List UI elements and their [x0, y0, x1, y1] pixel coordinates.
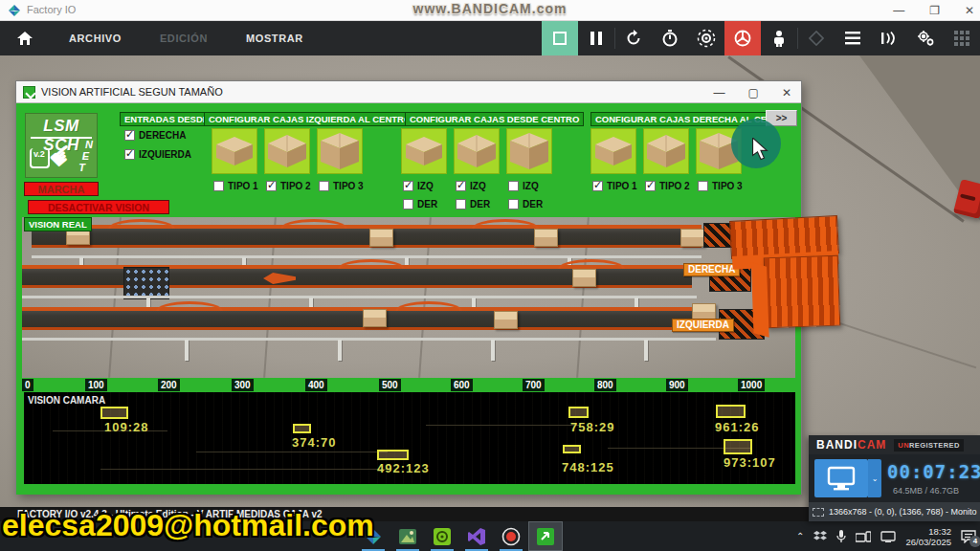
checkbox-left-tipo2[interactable]: TIPO 2 [266, 181, 311, 191]
pause-button[interactable] [578, 21, 614, 55]
ruler-tick: 600 [451, 379, 473, 391]
dialog-title: VISION ARTIFICIAL SEGUN TAMAÑO [41, 86, 223, 98]
checkbox-center2-der[interactable]: DER [456, 199, 490, 209]
detection-coordinates: 758:29 [570, 420, 614, 434]
left-tipo2-checkbox[interactable] [266, 181, 277, 191]
tray-time: 18:32 [905, 526, 951, 537]
factory-io-logo-icon [8, 4, 21, 17]
tray-dropbox-icon[interactable] [813, 531, 827, 542]
ruler-tick: 400 [305, 379, 327, 391]
io-drivers-button[interactable] [871, 21, 907, 55]
left-tipo3-checkbox[interactable] [319, 181, 329, 191]
minimize-window-icon[interactable]: — [893, 4, 904, 17]
taskbar-visual-studio-icon[interactable] [459, 521, 494, 551]
center2-der-checkbox[interactable] [456, 199, 466, 209]
detection-frame [563, 445, 581, 453]
apps-grid-button[interactable] [944, 21, 980, 55]
checkbox-center3-izq[interactable]: IZQ [508, 181, 539, 191]
checkbox-left-tipo1[interactable]: TIPO 1 [213, 181, 258, 191]
checkbox-right-tipo2[interactable]: TIPO 2 [645, 181, 690, 191]
stop-simulation-button[interactable] [542, 21, 578, 55]
center1-izq-checkbox[interactable] [403, 181, 413, 191]
tray-chevron-up-icon[interactable]: ⌃ [796, 531, 804, 541]
checkbox-center2-izq[interactable]: IZQ [456, 181, 486, 191]
record-mode-dropdown[interactable]: ⌄ [868, 459, 881, 497]
dialog-app-icon [23, 86, 35, 99]
vision-camara-panel: VISION CAMARA 109:28 374:70 492:123 758:… [24, 392, 795, 484]
dialog-minimize-icon[interactable]: — [714, 86, 725, 99]
notification-center-icon[interactable]: 4 [961, 530, 976, 543]
orange-container-bottom [764, 255, 841, 329]
left-tipo1-checkbox[interactable] [213, 181, 224, 191]
dialog-title-bar[interactable]: VISION ARTIFICIAL SEGUN TAMAÑO — ▢ ✕ [16, 81, 801, 103]
factory-io-toolbar: ARCHIVO EDICIÓN MOSTRAR [0, 21, 980, 55]
close-window-icon[interactable]: ✕ [965, 4, 974, 17]
box-right1-image [590, 128, 636, 174]
home-button[interactable] [0, 21, 50, 55]
taskbar-vision-app-icon[interactable] [528, 521, 563, 551]
checkbox-center1-der[interactable]: DER [403, 199, 437, 209]
bandicam-header[interactable]: BANDICAM UNREGISTERED [809, 435, 980, 454]
conveyor-rail [22, 338, 716, 341]
right-tipo1-checkbox[interactable] [592, 181, 603, 191]
center1-der-checkbox[interactable] [403, 199, 413, 209]
entrada-derecha-checkbox[interactable] [124, 130, 135, 141]
camera-noise [100, 469, 388, 470]
checkbox-entrada-izquierda[interactable]: IZQUIERDA [124, 149, 191, 160]
maximize-window-icon[interactable]: ❐ [929, 4, 940, 17]
conveyor-leg [185, 340, 189, 361]
checkbox-entrada-derecha[interactable]: DERECHA [124, 130, 186, 141]
tray-network-display-icon[interactable] [880, 531, 896, 542]
checkbox-left-tipo3[interactable]: TIPO 3 [319, 181, 364, 191]
entrada-izquierda-checkbox[interactable] [124, 149, 135, 160]
taskbar-bandicam-record-icon[interactable] [494, 521, 528, 551]
record-timer: 00:07:23 [887, 461, 980, 482]
settings-gears-button[interactable] [907, 21, 944, 55]
bandicam-footer[interactable]: 1366x768 - (0, 0), (1366, 768) - Monito [809, 502, 980, 521]
desactivar-vision-button[interactable]: DESACTIVAR VISION ARTIFICIAL [28, 200, 169, 214]
dialog-maximize-icon[interactable]: ▢ [748, 86, 759, 99]
first-person-button[interactable] [761, 21, 797, 55]
ruler-tick: 900 [666, 379, 688, 391]
camera-view-button[interactable] [688, 21, 724, 55]
checkbox-center1-izq[interactable]: IZQ [403, 181, 434, 191]
checkbox-right-tipo1[interactable]: TIPO 1 [592, 181, 637, 191]
box-type1-image [212, 128, 257, 174]
center3-izq-checkbox[interactable] [508, 181, 519, 191]
tray-microphone-icon[interactable] [836, 530, 846, 543]
right-tipo2-checkbox[interactable] [645, 181, 656, 191]
detection-coordinates: 109:28 [104, 420, 148, 434]
checkbox-center3-der[interactable]: DER [508, 199, 543, 209]
ruler-tick: 500 [379, 379, 401, 391]
ruler-tick: 1000 [738, 379, 765, 391]
time-scale-button[interactable] [652, 21, 688, 55]
right-tipo3-checkbox[interactable] [698, 181, 708, 191]
vision-artificial-window: VISION ARTIFICIAL SEGUN TAMAÑO — ▢ ✕ LSM… [15, 80, 802, 495]
cardboard-box [572, 269, 596, 287]
focus-target-button[interactable] [798, 21, 835, 55]
belt-guide [156, 301, 223, 311]
center2-izq-checkbox[interactable] [456, 181, 466, 191]
detection-coordinates: 961:26 [715, 420, 759, 434]
conveyor-leg [644, 340, 648, 361]
cardboard-box [369, 229, 393, 247]
center3-der-checkbox[interactable] [508, 199, 519, 209]
detection-coordinates: 973:107 [724, 455, 776, 470]
detection-frame [377, 450, 409, 460]
screen-record-mode-button[interactable] [814, 459, 868, 497]
menu-mostrar[interactable]: MOSTRAR [227, 33, 323, 44]
reset-button[interactable] [615, 21, 652, 55]
tray-date: 26/03/2025 [905, 537, 951, 547]
marcha-button[interactable]: MARCHA [24, 182, 99, 196]
menu-archivo[interactable]: ARCHIVO [50, 33, 141, 44]
vision-camara-label: VISION CAMARA [28, 395, 105, 406]
tray-device-icon[interactable] [856, 531, 871, 542]
checkbox-right-tipo3[interactable]: TIPO 3 [698, 181, 743, 191]
menu-edicion: EDICIÓN [141, 33, 227, 44]
tray-clock[interactable]: 18:32 26/03/2025 [905, 526, 951, 547]
taskbar-gear-app-icon[interactable] [425, 521, 459, 551]
drive-mode-button[interactable] [724, 21, 761, 55]
list-view-button[interactable] [835, 21, 871, 55]
dialog-close-icon[interactable]: ✕ [782, 86, 791, 99]
taskbar-photos-icon[interactable] [390, 521, 425, 551]
